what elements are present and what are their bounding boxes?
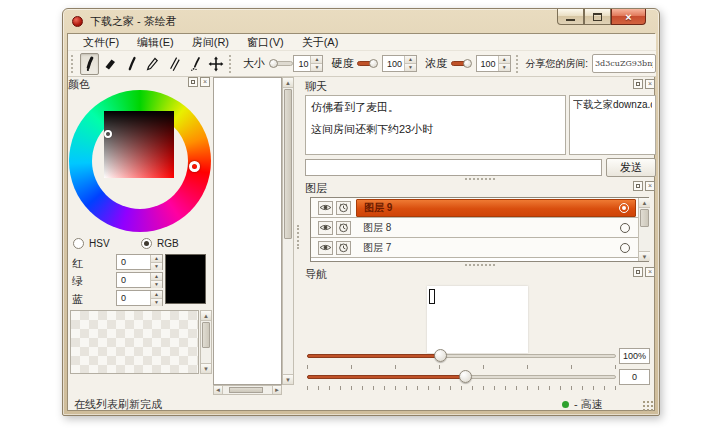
tool-pen-button[interactable] [143, 53, 162, 75]
canvas-vscroll-thumb[interactable] [284, 89, 292, 239]
zoom-slider-thumb[interactable] [434, 349, 447, 362]
chat-message-list[interactable]: 仿佛看到了麦田。 这间房间还剩下约23小时 [305, 95, 566, 155]
chat-input[interactable] [305, 159, 602, 176]
scroll-right-icon[interactable]: ► [272, 386, 281, 394]
layer-row[interactable]: 图层 9 [311, 198, 648, 218]
drawing-canvas[interactable] [213, 77, 282, 385]
rotate-slider[interactable] [307, 369, 616, 384]
spin-up-icon[interactable]: ▲ [151, 291, 162, 299]
spin-down-icon[interactable]: ▼ [499, 64, 510, 71]
layer-active-radio[interactable] [619, 203, 629, 213]
hardness-slider[interactable] [357, 59, 378, 68]
canvas-horizontal-scrollbar[interactable]: ◄ ► [213, 385, 282, 395]
saturation-value-square[interactable] [104, 111, 174, 178]
spin-down-icon[interactable]: ▼ [311, 64, 322, 71]
float-panel-icon[interactable] [633, 79, 643, 89]
layer-lock-toggle[interactable] [336, 241, 351, 255]
palette-grid[interactable] [70, 310, 199, 374]
tool-eraser-button[interactable] [101, 53, 120, 75]
layer-active-radio[interactable] [620, 243, 630, 253]
close-panel-icon[interactable]: × [645, 267, 655, 277]
size-spin-arrows[interactable]: ▲▼ [310, 56, 322, 71]
spin-down-icon[interactable]: ▼ [405, 64, 416, 71]
layer-active-radio[interactable] [620, 223, 630, 233]
spin-down-icon[interactable]: ▼ [151, 281, 162, 288]
menu-window[interactable]: 窗口(V) [238, 34, 293, 51]
tool-brush-large-button[interactable] [80, 53, 99, 75]
layer-visibility-toggle[interactable] [318, 221, 333, 235]
blue-spin-arrows[interactable]: ▲▼ [150, 291, 162, 305]
density-spinbox[interactable]: 100 ▲▼ [476, 55, 511, 72]
share-room-field[interactable] [592, 54, 656, 73]
scroll-down-icon[interactable]: ▼ [283, 374, 293, 384]
spin-up-icon[interactable]: ▲ [311, 56, 322, 64]
maximize-button[interactable] [584, 9, 611, 25]
tool-move-button[interactable] [206, 53, 225, 75]
layer-lock-toggle[interactable] [336, 221, 351, 235]
layer-row[interactable]: 图层 8 [311, 218, 648, 238]
tool-pencil-button[interactable] [164, 53, 183, 75]
zoom-value-box[interactable]: 100% [619, 348, 650, 364]
rgb-radio[interactable] [141, 238, 152, 249]
spin-up-icon[interactable]: ▲ [499, 56, 510, 64]
spin-up-icon[interactable]: ▲ [405, 56, 416, 64]
layer-select-bar[interactable]: 图层 8 [356, 219, 636, 237]
blue-channel-spinbox[interactable]: 0 ▲▼ [116, 290, 163, 306]
spin-up-icon[interactable]: ▲ [151, 255, 162, 263]
size-slider-thumb[interactable] [269, 59, 278, 68]
hardness-spin-arrows[interactable]: ▲▼ [404, 56, 416, 71]
canvas-hscroll-thumb[interactable] [229, 387, 263, 393]
scroll-down-icon[interactable]: ▼ [201, 363, 211, 373]
scroll-left-icon[interactable]: ◄ [214, 386, 223, 394]
menu-about[interactable]: 关于(A) [293, 34, 348, 51]
layer-select-bar[interactable]: 图层 9 [356, 199, 636, 217]
hardness-spinbox[interactable]: 100 ▲▼ [382, 55, 417, 72]
scroll-down-icon[interactable]: ▼ [639, 251, 650, 261]
close-panel-icon[interactable]: × [200, 77, 210, 87]
green-channel-spinbox[interactable]: 0 ▲▼ [116, 272, 163, 288]
layers-scrollbar[interactable]: ▲ ▼ [638, 198, 650, 261]
scroll-up-icon[interactable]: ▲ [283, 78, 293, 88]
minimize-button[interactable] [557, 9, 584, 25]
toolbar-grip[interactable] [229, 55, 234, 73]
menu-room[interactable]: 房间(R) [183, 34, 238, 51]
menu-file[interactable]: 文件(F) [74, 34, 128, 51]
red-spin-arrows[interactable]: ▲▼ [150, 255, 162, 269]
layer-row[interactable]: 图层 7 [311, 238, 648, 258]
layers-scroll-thumb[interactable] [640, 209, 649, 227]
hue-selector[interactable] [189, 161, 200, 172]
rotate-value-box[interactable]: 0 [619, 369, 650, 385]
green-spin-arrows[interactable]: ▲▼ [150, 273, 162, 287]
sv-selector[interactable] [104, 130, 112, 138]
spin-down-icon[interactable]: ▼ [151, 263, 162, 270]
resize-grip[interactable] [642, 400, 654, 412]
spin-up-icon[interactable]: ▲ [151, 273, 162, 281]
rotate-slider-thumb[interactable] [459, 370, 472, 383]
close-panel-icon[interactable]: × [645, 181, 655, 191]
palette-scrollbar[interactable]: ▲ ▼ [200, 310, 212, 374]
canvas-preview-thumbnail[interactable] [427, 286, 528, 353]
send-button[interactable]: 发送 [606, 158, 656, 177]
layer-select-bar[interactable]: 图层 7 [356, 239, 636, 257]
spin-down-icon[interactable]: ▼ [151, 299, 162, 306]
toolbar-grip[interactable] [516, 55, 521, 73]
chat-user-list[interactable]: 下载之家downza.cn [569, 95, 656, 155]
zoom-slider[interactable] [307, 348, 616, 363]
titlebar[interactable]: 下载之家 - 茶绘君 × [63, 9, 659, 33]
size-spinbox[interactable]: 10 ▲▼ [293, 55, 323, 72]
hsv-radio[interactable] [73, 238, 84, 249]
hardness-slider-thumb[interactable] [369, 59, 378, 68]
menu-edit[interactable]: 编辑(E) [128, 34, 183, 51]
density-spin-arrows[interactable]: ▲▼ [498, 56, 510, 71]
red-channel-spinbox[interactable]: 0 ▲▼ [116, 254, 163, 270]
tool-airbrush-button[interactable] [185, 53, 204, 75]
canvas-vertical-scrollbar[interactable]: ▲ ▼ [282, 77, 294, 385]
float-panel-icon[interactable] [633, 267, 643, 277]
viewport-indicator[interactable] [429, 289, 435, 304]
layer-lock-toggle[interactable] [336, 201, 351, 215]
size-slider[interactable] [269, 59, 290, 68]
float-panel-icon[interactable] [188, 77, 198, 87]
density-slider-thumb[interactable] [463, 59, 472, 68]
scroll-up-icon[interactable]: ▲ [639, 198, 650, 208]
layer-visibility-toggle[interactable] [318, 241, 333, 255]
